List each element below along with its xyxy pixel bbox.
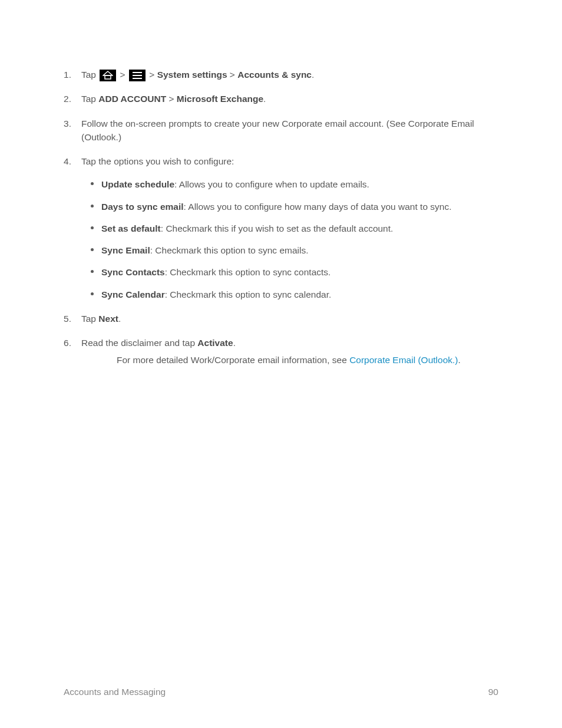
next-label: Next: [98, 314, 118, 324]
option-sync-email: Sync Email: Checkmark this option to syn…: [88, 243, 498, 257]
option-update-schedule-bold: Update schedule: [101, 179, 174, 189]
option-update-schedule: Update schedule: Allows you to configure…: [88, 177, 498, 191]
microsoft-exchange-label: Microsoft Exchange: [177, 94, 263, 104]
step-2-tap: Tap: [81, 94, 98, 104]
step-1-gt2: >: [147, 70, 157, 80]
step-1-gt3: >: [227, 70, 238, 80]
page-footer: Accounts and Messaging 90: [64, 687, 498, 697]
option-sync-email-bold: Sync Email: [101, 245, 150, 255]
option-set-as-default-bold: Set as default: [101, 223, 161, 233]
step-6: Read the disclaimer and tap Activate. Fo…: [64, 336, 498, 367]
options-list: Update schedule: Allows you to configure…: [88, 177, 498, 301]
page-content: Tap > > System settings > Accounts & syn…: [0, 0, 562, 367]
step-2-period: .: [263, 94, 266, 104]
step-2-gt: >: [166, 94, 177, 104]
option-sync-contacts-bold: Sync Contacts: [101, 267, 165, 277]
steps-list: Tap > > System settings > Accounts & syn…: [64, 68, 498, 367]
menu-icon: [129, 70, 146, 81]
accounts-sync-label: Accounts & sync: [237, 70, 312, 80]
system-settings-label: System settings: [157, 70, 227, 80]
add-account-label: ADD ACCOUNT: [98, 94, 166, 104]
svg-rect-0: [105, 75, 111, 79]
step-1-period: .: [312, 70, 314, 80]
step-5-tap: Tap: [81, 314, 98, 324]
option-days-to-sync-rest: : Allows you to configure how many days …: [184, 202, 452, 212]
option-update-schedule-rest: : Allows you to configure when to update…: [174, 179, 369, 189]
option-set-as-default: Set as default: Checkmark this if you wi…: [88, 222, 498, 235]
corporate-email-link[interactable]: Corporate Email (Outlook.): [349, 355, 458, 365]
note-period: .: [458, 355, 460, 365]
option-set-as-default-rest: : Checkmark this if you wish to set as t…: [161, 223, 394, 233]
option-sync-email-rest: : Checkmark this option to sync emails.: [150, 245, 309, 255]
step-1-tap: Tap: [81, 70, 98, 80]
footer-page-number: 90: [488, 687, 498, 697]
option-sync-calendar-rest: : Checkmark this option to sync calendar…: [165, 289, 332, 299]
step-4-text: Tap the options you wish to configure:: [81, 156, 234, 166]
option-sync-calendar: Sync Calendar: Checkmark this option to …: [88, 288, 498, 301]
step-3: Follow the on-screen prompts to create y…: [64, 117, 498, 144]
step-5: Tap Next.: [64, 312, 498, 325]
step-1: Tap > > System settings > Accounts & syn…: [64, 68, 498, 81]
more-info-note: For more detailed Work/Corporate email i…: [117, 353, 498, 367]
step-3-text: Follow the on-screen prompts to create y…: [81, 118, 474, 142]
activate-label: Activate: [197, 338, 233, 348]
option-days-to-sync-bold: Days to sync email: [101, 202, 184, 212]
step-4: Tap the options you wish to configure: U…: [64, 154, 498, 301]
note-pre: For more detailed Work/Corporate email i…: [117, 355, 349, 365]
option-sync-contacts-rest: : Checkmark this option to sync contacts…: [165, 267, 331, 277]
footer-section: Accounts and Messaging: [64, 687, 166, 697]
option-days-to-sync: Days to sync email: Allows you to config…: [88, 200, 498, 213]
home-icon: [100, 70, 116, 81]
option-sync-contacts: Sync Contacts: Checkmark this option to …: [88, 265, 498, 279]
step-6-period: .: [233, 338, 236, 348]
step-5-period: .: [118, 314, 121, 324]
step-6-pre: Read the disclaimer and tap: [81, 338, 197, 348]
option-sync-calendar-bold: Sync Calendar: [101, 289, 165, 299]
step-2: Tap ADD ACCOUNT > Microsoft Exchange.: [64, 92, 498, 106]
step-1-gt1: >: [117, 70, 128, 80]
